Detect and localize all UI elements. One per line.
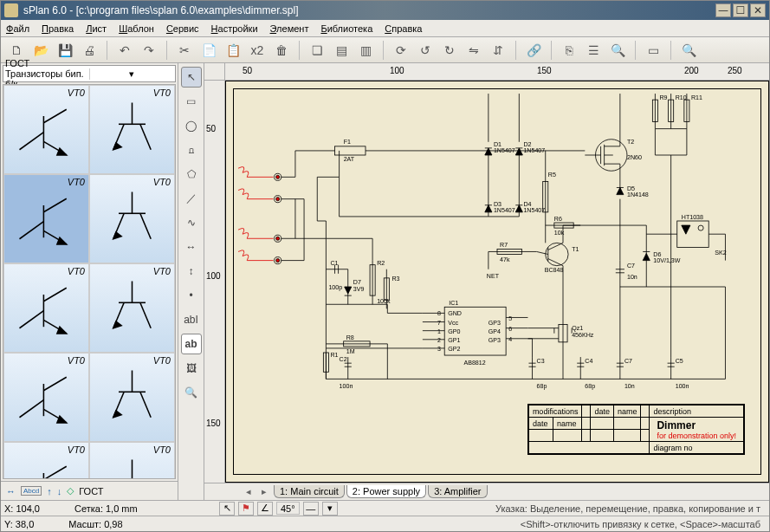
svg-text:1N5407: 1N5407	[523, 207, 545, 214]
status-hint1: Указка: Выделение, перемещение, правка, …	[341, 503, 766, 514]
copy-button[interactable]: 📄	[198, 40, 219, 61]
mirror-v-button[interactable]: ⇵	[488, 40, 508, 61]
part-cell[interactable]: VT0	[3, 353, 89, 442]
flag-icon[interactable]: ⚑	[238, 502, 254, 516]
menu-элемент[interactable]: Элемент	[270, 23, 309, 34]
tool-text-bold[interactable]: ab	[181, 334, 202, 354]
page-tab[interactable]: 3: Amplifier	[428, 485, 487, 498]
status-hint2: <Shift>-отключить привязку к сетке, <Spa…	[181, 519, 766, 529]
part-cell[interactable]: VT0	[3, 174, 89, 263]
move-down-icon[interactable]: ↓	[57, 486, 62, 496]
svg-text:3V9: 3V9	[353, 286, 365, 293]
paste-x2-button[interactable]: x2	[247, 40, 268, 61]
svg-line-34	[43, 466, 66, 479]
tool-dim-v[interactable]: ↕	[181, 261, 202, 282]
page-tab[interactable]: 1: Main circuit	[274, 485, 345, 498]
paste-button[interactable]: 📋	[223, 40, 243, 61]
maximize-button[interactable]: ☐	[733, 3, 748, 17]
tool-node[interactable]: •	[181, 285, 202, 306]
abcd-icon[interactable]: Abcd	[21, 486, 42, 496]
menu-файл[interactable]: Файл	[6, 23, 29, 34]
delete-button[interactable]: 🗑	[271, 40, 292, 61]
expand-h-icon[interactable]: ↔	[6, 486, 16, 496]
menu-настройки[interactable]: Настройки	[211, 23, 258, 34]
tool-rect[interactable]: ▭	[181, 91, 202, 112]
part-label: VT0	[68, 355, 85, 366]
page-tab[interactable]: 2: Power supply	[346, 485, 426, 498]
angle-value[interactable]: 45°	[276, 502, 300, 515]
mirror-h-button[interactable]: ⇋	[463, 40, 484, 61]
minimize-button[interactable]: —	[715, 3, 731, 17]
canvas[interactable]: F1 2AT D11N5407 D21N5407 D31N5407 D41N54…	[225, 81, 769, 483]
part-label: VT0	[153, 444, 171, 455]
status-scale: Масшт: 0,98	[68, 519, 122, 529]
menu-справка[interactable]: Справка	[385, 23, 422, 34]
refresh-button[interactable]: ⟳	[391, 40, 411, 61]
svg-text:D7: D7	[353, 279, 361, 286]
duplicate-button[interactable]: ❏	[307, 40, 327, 61]
tab-prev-icon[interactable]: ◂	[243, 486, 255, 497]
open-button[interactable]: 📂	[30, 40, 51, 61]
find-button[interactable]: 🔍	[607, 40, 628, 61]
chevron-down-icon[interactable]: ▾	[89, 68, 174, 80]
menu-правка[interactable]: Правка	[42, 23, 74, 34]
tool-image[interactable]: 🖼	[181, 358, 202, 379]
svg-text:100k: 100k	[377, 298, 391, 305]
cut-button[interactable]: ✂	[174, 40, 195, 61]
part-cell[interactable]: VT0	[89, 174, 175, 263]
tool-line[interactable]: ／	[181, 188, 202, 209]
menu-шаблон[interactable]: Шаблон	[119, 23, 154, 34]
rotate-r-button[interactable]: ↻	[439, 40, 460, 61]
undo-button[interactable]: ↶	[114, 40, 135, 61]
svg-text:R8: R8	[346, 334, 354, 341]
part-cell[interactable]: VT0	[3, 442, 89, 479]
close-button[interactable]: ✕	[750, 3, 766, 17]
tool-select[interactable]: ↖	[181, 67, 202, 88]
rotate-l-button[interactable]: ↺	[415, 40, 436, 61]
tool-dim-h[interactable]: ↔	[181, 237, 202, 257]
macro1-button[interactable]: ⎘	[559, 40, 579, 61]
line-tool-icon[interactable]: —	[303, 502, 319, 516]
save-button[interactable]: 💾	[55, 40, 75, 61]
menu-сервис[interactable]: Сервис	[166, 23, 199, 34]
form-button[interactable]: ▭	[643, 40, 663, 61]
svg-text:1N4148: 1N4148	[627, 191, 649, 198]
cursor-icon[interactable]: ↖	[219, 502, 235, 516]
tool-circle[interactable]: ◯	[181, 115, 202, 136]
book-icon[interactable]: ◇	[67, 485, 74, 496]
tool-poly[interactable]: ⬠	[181, 164, 202, 185]
to-front-button[interactable]: ▤	[331, 40, 352, 61]
tool-text-label[interactable]: abI	[181, 309, 202, 330]
part-cell[interactable]: VT0	[89, 442, 175, 479]
part-cell[interactable]: VT0	[89, 353, 175, 442]
style-tool-icon[interactable]: ▾	[322, 502, 338, 516]
tool-bezier[interactable]: ∿	[181, 212, 202, 233]
part-cell[interactable]: VT0	[89, 85, 175, 174]
svg-text:1M: 1M	[346, 348, 355, 355]
svg-text:100p: 100p	[328, 284, 342, 291]
part-cell[interactable]: VT0	[89, 263, 175, 353]
new-button[interactable]: 🗋	[6, 40, 27, 61]
svg-text:2N60: 2N60	[627, 154, 642, 161]
svg-text:1N5407: 1N5407	[494, 147, 515, 154]
tab-next-icon[interactable]: ▸	[258, 486, 270, 497]
menu-библиотека[interactable]: Библиотека	[320, 23, 372, 34]
print-button[interactable]: 🖨	[79, 40, 100, 61]
redo-button[interactable]: ↷	[139, 40, 159, 61]
to-back-button[interactable]: ▥	[355, 40, 376, 61]
zoom-tool-button[interactable]: 🔍	[678, 40, 699, 61]
svg-text:R7: R7	[500, 242, 508, 249]
library-combo[interactable]: ГОСТ Транзисторы бип. б/к ▾	[3, 65, 176, 82]
tool-special[interactable]: ⩍	[181, 139, 202, 160]
svg-point-41	[276, 175, 280, 178]
move-up-icon[interactable]: ↑	[47, 486, 52, 496]
svg-text:GP4: GP4	[489, 328, 501, 335]
menu-лист[interactable]: Лист	[86, 23, 107, 34]
tool-zoom[interactable]: 🔍	[181, 382, 202, 403]
link-button[interactable]: 🔗	[523, 40, 544, 61]
part-cell[interactable]: VT0	[3, 85, 89, 174]
svg-line-8	[20, 222, 44, 239]
angle-icon[interactable]: ∠	[257, 502, 273, 516]
part-cell[interactable]: VT0	[3, 263, 89, 353]
macro2-button[interactable]: ☰	[583, 40, 604, 61]
